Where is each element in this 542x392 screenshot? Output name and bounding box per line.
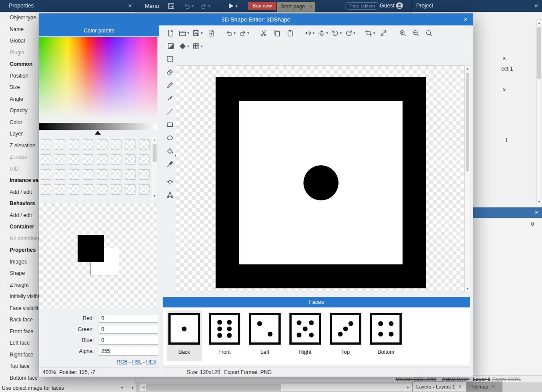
color-swatch[interactable] [69,169,79,180]
project-scrollbar[interactable]: ▲ ▼ [536,19,542,205]
copy-button[interactable] [271,28,282,38]
origin-button[interactable] [164,176,175,187]
background-button[interactable] [165,41,176,51]
color-swatch[interactable] [97,184,107,195]
dropdown-caret-icon[interactable]: ▾ [132,385,134,390]
marquee-select-button[interactable] [164,53,175,64]
scroll-down-icon[interactable]: ▼ [537,199,542,205]
brush-button[interactable] [164,93,175,104]
dropdown-caret-icon[interactable]: ▾ [121,385,123,390]
dropdown-caret-icon[interactable]: ▾ [192,4,194,8]
color-swatch[interactable] [125,154,136,165]
image-points-button[interactable] [164,189,175,200]
zoom-out-button[interactable] [410,28,421,38]
scrollbar-thumb[interactable] [466,73,469,171]
project-tree-item[interactable]: 1 [505,137,508,143]
scrollbar-thumb[interactable] [537,27,541,79]
canvas-scrollbar[interactable]: ▲ ▼ [465,65,470,292]
color-swatch[interactable] [111,169,121,180]
redo-button[interactable]: ▾ [239,28,250,38]
face-item-top[interactable]: Top [328,310,363,361]
hue-saturation-picker[interactable] [39,37,157,119]
scroll-right-icon[interactable]: ► [406,385,410,389]
scroll-left-icon[interactable]: ◄ [142,385,145,389]
guest-label[interactable]: Guest [380,3,394,9]
scrollbar-thumb[interactable] [146,384,281,391]
dropdown-caret-icon[interactable]: ▾ [235,4,238,8]
color-swatch[interactable] [41,184,51,195]
red-input[interactable] [99,314,158,323]
close-icon[interactable]: × [464,16,467,23]
undo-button[interactable]: ▾ [225,28,236,38]
project-tree-item[interactable]: s [503,55,506,61]
color-swatch[interactable] [111,184,121,195]
flip-horizontal-button[interactable]: ▾ [304,28,315,38]
color-swatch[interactable] [97,139,107,150]
scroll-up-icon[interactable]: ▲ [537,20,542,25]
face-item-back[interactable]: Back [167,310,202,361]
alpha-input[interactable] [99,347,158,356]
scroll-down-icon[interactable]: ▼ [465,286,470,292]
color-swatch[interactable] [83,169,93,180]
horizontal-scrollbar[interactable]: ◄ ► [139,383,412,392]
color-swatch[interactable] [69,154,79,165]
close-icon[interactable]: × [309,3,312,10]
blue-input[interactable] [99,336,158,345]
hex-link[interactable]: HEX [146,359,157,364]
color-swatch[interactable] [41,154,51,165]
color-swatch[interactable] [41,139,51,150]
cut-button[interactable] [258,28,269,38]
face-item-right[interactable]: Right [288,310,323,361]
face-item-front[interactable]: Front [207,310,242,361]
open-folder-button[interactable]: ▾ [178,28,189,38]
flip-vertical-button[interactable]: ▾ [317,28,328,38]
pencil-button[interactable] [164,79,175,91]
close-icon[interactable]: × [535,209,538,216]
color-swatch[interactable] [111,139,121,150]
undo-button[interactable] [183,2,191,10]
color-swatch[interactable] [139,139,150,150]
rotate-ccw-button[interactable]: ▾ [331,28,342,38]
swatch-scrollbar[interactable]: ▲ ▼ [152,137,157,199]
close-icon[interactable]: × [459,384,462,390]
rectangle-button[interactable] [164,119,175,130]
color-swatch[interactable] [83,139,93,150]
color-swatch[interactable] [55,139,65,150]
color-swatch[interactable] [55,184,65,195]
close-icon[interactable]: × [128,2,132,9]
rgb-link[interactable]: RGB [117,359,128,364]
close-icon[interactable]: × [492,384,495,390]
zoom-in-button[interactable] [397,28,408,38]
color-swatch[interactable] [125,169,136,180]
color-swatch[interactable] [97,154,107,165]
user-avatar-icon[interactable] [396,2,403,10]
color-swatch[interactable] [97,169,107,180]
color-swatch[interactable] [69,184,79,195]
property-value-dropdown[interactable]: Use object image for faces ▾ ▾ [0,384,136,392]
value-slider[interactable] [39,123,157,130]
fill-button[interactable]: ▾ [164,145,175,157]
palette-button[interactable]: ▾ [178,41,189,51]
scroll-down-icon[interactable]: ▼ [152,193,157,199]
save-button[interactable]: ▾ [192,28,203,38]
menu-button[interactable]: Menu [145,3,159,9]
color-swatch[interactable] [83,184,93,195]
dropdown-caret-icon[interactable]: ▾ [208,4,210,8]
redo-button[interactable] [200,2,207,10]
tab-layers-layout-1[interactable]: Layers - Layout 1 × [412,381,467,392]
color-swatch[interactable] [41,169,51,180]
preview-button[interactable] [227,2,235,10]
line-button[interactable] [164,106,175,117]
paste-button[interactable] [285,28,295,38]
green-input[interactable] [99,325,158,334]
close-icon[interactable]: × [534,2,538,9]
scroll-up-icon[interactable]: ▲ [152,137,157,143]
scroll-up-icon[interactable]: ▲ [465,66,470,71]
color-swatch[interactable] [55,169,65,180]
save-button[interactable] [168,2,175,10]
grid-button[interactable]: ▾ [192,41,203,51]
rotate-cw-button[interactable]: ▾ [345,28,356,38]
color-swatch[interactable] [125,184,136,195]
color-swatch[interactable] [139,154,150,165]
scrollbar-thumb[interactable] [153,144,157,162]
